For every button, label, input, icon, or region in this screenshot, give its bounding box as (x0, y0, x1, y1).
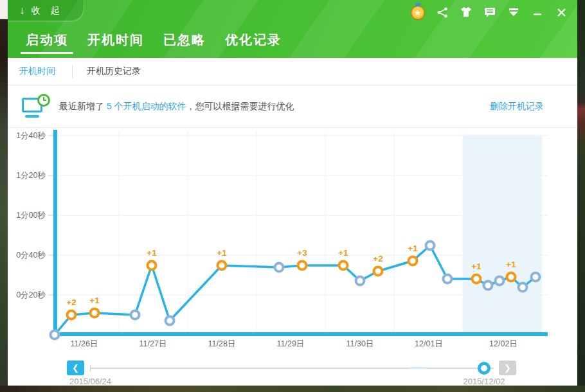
chart-point-blue[interactable] (532, 273, 540, 281)
x-tick-label: 11/29日 (277, 339, 305, 348)
chart-point-blue[interactable] (131, 311, 140, 319)
tab-optimize-log[interactable]: 优化记录 (225, 31, 282, 54)
desktop-background-right (577, 0, 585, 392)
y-tick-label: 1分20秒 (16, 171, 46, 180)
y-tick-label: 0分40秒 (16, 251, 46, 260)
x-tick-label: 11/30日 (346, 339, 374, 348)
slider-end-date: 2015/12/02 (453, 377, 515, 386)
chart-point-blue[interactable] (484, 281, 492, 290)
chart-point-blue[interactable] (356, 277, 364, 285)
chart-highlight-region (463, 136, 542, 332)
new-software-count-label: +2 (66, 298, 76, 307)
collapse-button[interactable]: ↓ 收 起 (8, 0, 84, 21)
subnav: 开机时间 开机历史记录 (8, 58, 577, 85)
y-tick-label: 0分20秒 (16, 290, 46, 299)
chart-point-blue[interactable] (166, 317, 174, 325)
new-software-count-label: +1 (89, 296, 100, 305)
minimize-icon[interactable] (530, 4, 544, 20)
x-tick-label: 11/28日 (208, 339, 236, 348)
slider-prev-button[interactable]: ❮ (67, 361, 84, 375)
app-window: ↓ 收 起 ★ (8, 0, 577, 386)
new-software-count-label: +1 (471, 262, 482, 271)
titlebar-icons: ★ (410, 4, 568, 21)
chart-point-blue[interactable] (426, 242, 435, 250)
new-software-count-label: +1 (147, 248, 157, 258)
slider-start-date: 2015/06/24 (69, 377, 111, 386)
x-tick-label: 11/26日 (71, 339, 98, 348)
slider-handle[interactable] (478, 362, 491, 375)
chart-point-orange[interactable] (473, 275, 481, 283)
desktop-background-bottom (0, 386, 585, 392)
chart-point-orange[interactable] (298, 262, 307, 270)
chart-point-orange[interactable] (507, 273, 516, 281)
new-software-count-label: +1 (217, 248, 227, 258)
skin-icon[interactable] (459, 4, 473, 20)
delete-boot-records-link[interactable]: 删除开机记录 (490, 101, 544, 112)
arrow-down-icon: ↓ (19, 5, 25, 16)
new-software-count-label: +1 (408, 244, 418, 253)
new-software-count-label: +2 (373, 254, 382, 263)
chart-point-blue[interactable] (519, 283, 527, 292)
menu-icon[interactable] (507, 4, 521, 20)
subnav-boot-history[interactable]: 开机历史记录 (87, 66, 141, 77)
share-icon[interactable] (435, 4, 449, 20)
medal-icon[interactable]: ★ (410, 3, 426, 21)
subnav-boot-time[interactable]: 开机时间 (19, 66, 55, 77)
y-tick-label: 1分40秒 (16, 131, 46, 140)
background-window-edge (0, 0, 8, 19)
chart-point-orange[interactable] (218, 262, 226, 270)
chart-point-orange[interactable] (409, 257, 417, 265)
chart-point-blue[interactable] (275, 263, 284, 272)
chart-point-orange[interactable] (148, 262, 156, 270)
x-tick-label: 11/27日 (140, 339, 167, 348)
tab-startup-items[interactable]: 启动项 (26, 31, 68, 54)
boot-clock-icon (22, 94, 50, 120)
notice-row: 最近新增了 5 个开机启动的软件，您可以根据需要进行优化 删除开机记录 (8, 85, 577, 128)
new-software-count-label: +1 (338, 248, 348, 258)
chart-point-blue[interactable] (444, 275, 452, 283)
titlebar: ↓ 收 起 ★ (8, 0, 577, 58)
subnav-divider (72, 65, 73, 78)
new-software-count-label: +3 (297, 248, 307, 258)
desktop-background-left (0, 0, 8, 392)
collapse-label: 收 起 (32, 5, 64, 17)
boot-time-chart: 1分40秒1分20秒1分00秒0分40秒0分20秒11/26日11/27日11/… (8, 128, 577, 356)
x-tick-label: 12/01日 (415, 339, 443, 348)
tab-boot-time[interactable]: 开机时间 (87, 31, 144, 54)
slider-next-button[interactable]: ❯ (499, 361, 516, 375)
x-tick-label: 12/02日 (489, 339, 518, 348)
notice-highlight: 5 个开机启动的软件 (107, 101, 186, 111)
tab-ignored[interactable]: 已忽略 (163, 31, 206, 54)
y-axis (53, 130, 57, 336)
date-range-slider: ❮ ❯ 2015/06/24 2015/12/02 (8, 356, 577, 386)
chart-point-orange[interactable] (374, 267, 382, 276)
notice-text: 最近新增了 5 个开机启动的软件，您可以根据需要进行优化 (59, 101, 294, 112)
slider-track[interactable] (90, 368, 494, 369)
chart-point-blue[interactable] (51, 331, 59, 339)
feedback-icon[interactable] (483, 4, 497, 20)
chart-point-orange[interactable] (91, 309, 99, 317)
slider-range-ghost (410, 367, 426, 369)
close-icon[interactable] (554, 4, 568, 20)
main-tabs: 启动项 开机时间 已忽略 优化记录 (26, 31, 282, 54)
x-axis (53, 332, 548, 336)
chart-point-orange[interactable] (339, 262, 348, 270)
y-tick-label: 1分00秒 (16, 211, 46, 220)
new-software-count-label: +1 (506, 260, 516, 269)
chart-point-blue[interactable] (496, 277, 504, 285)
chart-point-orange[interactable] (68, 311, 76, 319)
